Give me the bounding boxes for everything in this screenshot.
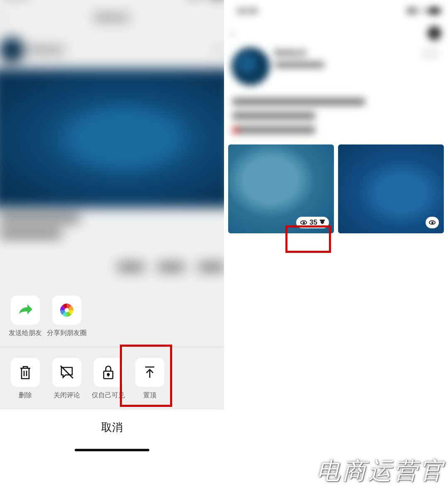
author-subtitle xyxy=(275,61,324,68)
watermark: 电商运营官 xyxy=(317,455,446,487)
view-badge xyxy=(426,217,439,228)
author-row[interactable]: Bella12 ••• xyxy=(0,31,224,69)
avatar[interactable] xyxy=(0,37,24,62)
eye-icon xyxy=(429,220,436,225)
post-thumbnail[interactable]: 35 xyxy=(228,144,334,233)
cancel-button[interactable]: 取消 xyxy=(0,409,224,455)
share-row: 发送给朋友 xyxy=(0,294,224,347)
author-name: Bella12 xyxy=(275,47,324,58)
more-icon[interactable]: ••• xyxy=(214,44,224,56)
post-image[interactable] xyxy=(0,69,224,208)
cancel-label: 取消 xyxy=(101,421,123,433)
signal-icon xyxy=(407,8,416,14)
bio-line xyxy=(232,126,315,134)
nav-bar: ‹ Bella12 xyxy=(0,4,224,31)
moments-icon xyxy=(52,296,81,325)
home-indicator xyxy=(75,449,149,451)
bio-line xyxy=(232,112,315,120)
annotation-highlight-badge xyxy=(285,225,331,253)
author-name: Bella12 xyxy=(29,44,64,56)
nav-bar: ‹ xyxy=(224,21,448,46)
page-title: Bella12 xyxy=(95,12,129,24)
close-comment-label: 关闭评论 xyxy=(54,391,80,400)
lock-icon xyxy=(94,358,123,387)
svg-point-0 xyxy=(65,308,69,312)
share-arrow-icon xyxy=(11,296,40,325)
annotation-highlight-pin xyxy=(120,345,172,407)
delete-button[interactable]: 删除 xyxy=(9,358,41,400)
status-time: 10:04 xyxy=(236,6,258,16)
comment-off-icon xyxy=(52,358,81,387)
avatar[interactable] xyxy=(231,47,270,86)
trash-icon xyxy=(11,358,40,387)
action-sheet: 发送给朋友 xyxy=(0,286,224,455)
post-grid: 35 xyxy=(224,140,448,237)
action-row: 删除 关闭评论 xyxy=(0,347,224,409)
back-icon[interactable]: ‹ xyxy=(0,11,2,24)
status-bar: 10:04 xyxy=(0,0,224,4)
right-phone-screenshot: 10:04 ‹ Bella12 xyxy=(224,0,448,455)
post-thumbnail[interactable] xyxy=(338,144,444,233)
status-bar: 10:04 xyxy=(224,0,448,21)
action-pill[interactable] xyxy=(421,47,441,60)
send-friend-button[interactable]: 发送给朋友 xyxy=(9,296,41,338)
battery-icon xyxy=(428,8,440,14)
close-comment-button[interactable]: 关闭评论 xyxy=(51,358,83,400)
camera-icon[interactable] xyxy=(427,26,441,40)
send-friend-label: 发送给朋友 xyxy=(9,329,42,338)
delete-label: 删除 xyxy=(19,391,32,400)
eye-icon xyxy=(300,220,307,225)
share-moments-label: 分享到朋友圈 xyxy=(47,329,87,338)
pinned-icon xyxy=(320,220,325,225)
back-icon[interactable]: ‹ xyxy=(231,27,234,40)
bio-line xyxy=(232,98,365,105)
wifi-icon xyxy=(418,8,426,14)
svg-point-2 xyxy=(107,374,109,375)
share-moments-button[interactable]: 分享到朋友圈 xyxy=(51,296,83,338)
left-phone-screenshot: 10:04 ‹ Bella12 Bella12 ••• xyxy=(0,0,224,455)
